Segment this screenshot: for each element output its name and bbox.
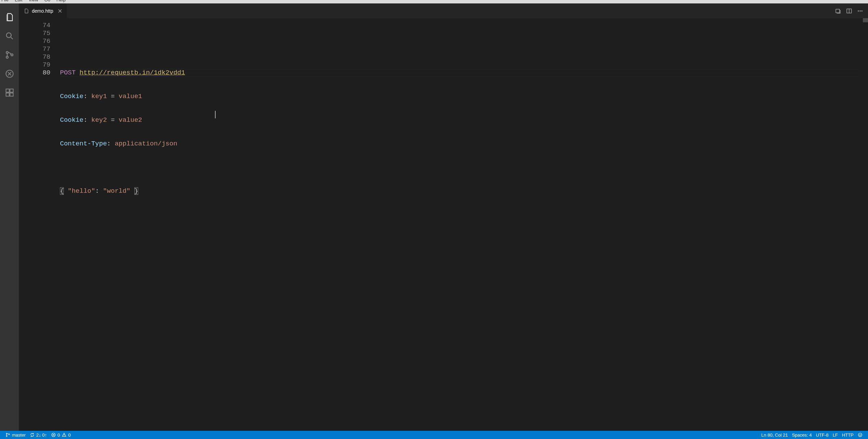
- tab-demo-http[interactable]: demo.http: [19, 3, 67, 18]
- svg-point-14: [6, 433, 7, 434]
- menu-go[interactable]: Go: [44, 0, 50, 2]
- menu-edit[interactable]: Edit: [15, 0, 22, 2]
- svg-point-13: [861, 10, 863, 11]
- editor-body[interactable]: 74 75 76 77 78 79 80 POST http://request…: [19, 18, 868, 431]
- status-encoding[interactable]: UTF-8: [814, 431, 831, 439]
- tab-label: demo.http: [32, 8, 53, 14]
- svg-point-2: [6, 56, 8, 58]
- status-feedback[interactable]: [856, 431, 865, 439]
- svg-rect-8: [10, 93, 13, 96]
- menu-file[interactable]: File: [1, 0, 9, 2]
- svg-rect-6: [10, 89, 13, 92]
- svg-rect-9: [836, 9, 840, 13]
- svg-rect-7: [6, 93, 9, 96]
- tab-bar: demo.http: [19, 3, 868, 18]
- text-cursor-icon: [215, 111, 216, 118]
- status-language[interactable]: HTTP: [840, 431, 856, 439]
- svg-point-18: [858, 433, 862, 437]
- line-number: 74: [19, 22, 50, 29]
- line-number: 77: [19, 45, 50, 53]
- debug-icon[interactable]: [0, 64, 19, 83]
- line-gutter: 74 75 76 77 78 79 80: [19, 18, 60, 431]
- overview-ruler-mark: [863, 18, 868, 22]
- line-number: 80: [19, 69, 50, 77]
- code-line: Cookie: key2 = value2: [60, 116, 863, 124]
- line-number: 76: [19, 37, 50, 45]
- editor-actions: [835, 3, 868, 18]
- search-icon[interactable]: [0, 26, 19, 45]
- status-branch[interactable]: master: [3, 431, 28, 439]
- code-line: [60, 45, 863, 53]
- sync-text: 2↓ 0↑: [36, 432, 47, 438]
- code-content[interactable]: POST http://requestb.in/1dk2vdd1 Cookie:…: [60, 18, 863, 431]
- code-line: Cookie: key1 = value1: [60, 93, 863, 100]
- explorer-icon[interactable]: [0, 8, 19, 26]
- code-line: [60, 164, 863, 171]
- status-bar: master 2↓ 0↑ 0 0 Ln 80, Col 21 Spaces: 4…: [0, 431, 868, 439]
- svg-rect-5: [6, 89, 9, 92]
- extensions-icon[interactable]: [0, 83, 19, 102]
- tab-spacer: [67, 3, 835, 18]
- code-line: { "hello": "world" }: [60, 187, 863, 195]
- menu-bar: File Edit View Go Help: [0, 0, 868, 3]
- branch-name: master: [12, 432, 26, 438]
- more-actions-icon[interactable]: [857, 8, 863, 14]
- status-eol[interactable]: LF: [831, 431, 840, 439]
- warning-count: 0: [68, 432, 71, 438]
- editor: demo.http 74 75: [19, 3, 868, 431]
- git-branch-icon: [5, 432, 10, 437]
- svg-point-20: [860, 434, 861, 435]
- status-indent[interactable]: Spaces: 4: [790, 431, 814, 439]
- svg-point-0: [6, 33, 11, 37]
- svg-point-15: [6, 436, 7, 437]
- line-number: 79: [19, 61, 50, 69]
- menu-help[interactable]: Help: [57, 0, 66, 2]
- main-area: demo.http 74 75: [0, 3, 868, 431]
- diff-review-icon[interactable]: [835, 8, 841, 14]
- svg-point-19: [859, 434, 860, 435]
- close-tab-icon[interactable]: [57, 8, 63, 14]
- activity-bar: [0, 3, 19, 431]
- error-count: 0: [58, 432, 60, 438]
- svg-point-12: [860, 10, 861, 11]
- file-icon: [24, 8, 29, 14]
- svg-point-11: [858, 10, 859, 11]
- status-sync[interactable]: 2↓ 0↑: [28, 431, 49, 439]
- error-icon: [51, 432, 56, 437]
- status-cursor-pos[interactable]: Ln 80, Col 21: [759, 431, 790, 439]
- code-line: Content-Type: application/json: [60, 140, 863, 148]
- editor-scrollbar[interactable]: [863, 18, 868, 431]
- svg-point-3: [11, 54, 13, 56]
- svg-point-1: [6, 51, 8, 54]
- smiley-icon: [858, 432, 863, 437]
- status-problems[interactable]: 0 0: [49, 431, 73, 439]
- sync-icon: [30, 432, 35, 437]
- split-editor-icon[interactable]: [846, 8, 852, 14]
- warning-icon: [62, 432, 67, 437]
- menu-view[interactable]: View: [28, 0, 38, 2]
- line-number: 75: [19, 29, 50, 37]
- source-control-icon[interactable]: [0, 45, 19, 64]
- line-number: 78: [19, 53, 50, 61]
- current-line-highlight: [60, 69, 859, 77]
